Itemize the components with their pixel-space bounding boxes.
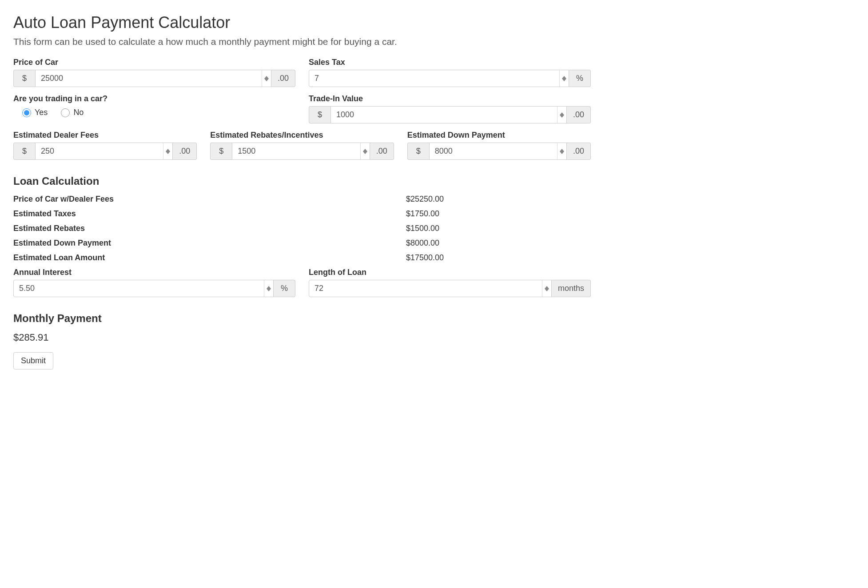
price-of-car-input[interactable]	[36, 70, 262, 87]
rebates-group: Estimated Rebates/Incentives $ .00	[210, 131, 394, 160]
calc-row-est-taxes: Estimated Taxes $1750.00	[13, 209, 591, 219]
down-payment-label: Estimated Down Payment	[407, 131, 591, 140]
calc-value: $1500.00	[406, 224, 591, 233]
calc-label: Estimated Loan Amount	[13, 253, 406, 262]
months-suffix: months	[552, 280, 591, 297]
sales-tax-label: Sales Tax	[309, 58, 591, 67]
rebates-stepper[interactable]	[360, 143, 370, 159]
price-of-car-group: Price of Car $ .00	[13, 58, 295, 87]
price-of-car-label: Price of Car	[13, 58, 295, 67]
sales-tax-group: Sales Tax %	[309, 58, 591, 87]
trade-in-value-input-wrapper	[330, 106, 567, 123]
annual-interest-label: Annual Interest	[13, 268, 295, 277]
sales-tax-stepper[interactable]	[559, 70, 569, 87]
trade-in-value-input[interactable]	[331, 107, 557, 123]
down-payment-group: Estimated Down Payment $ .00	[407, 131, 591, 160]
calc-label: Price of Car w/Dealer Fees	[13, 195, 406, 204]
radio-icon	[22, 108, 31, 117]
trade-in-radio-yes[interactable]: Yes	[22, 108, 48, 117]
currency-prefix: $	[13, 143, 35, 160]
input-row-interest-length: Annual Interest % Length of Loan	[7, 268, 597, 304]
loan-length-input[interactable]	[309, 280, 542, 297]
loan-length-stepper[interactable]	[542, 280, 551, 297]
down-payment-stepper[interactable]	[557, 143, 566, 159]
calc-row-est-rebates: Estimated Rebates $1500.00	[13, 224, 591, 233]
trade-in-value-label: Trade-In Value	[309, 94, 591, 103]
trade-in-value-stepper[interactable]	[557, 107, 566, 123]
decimal-suffix: .00	[567, 106, 591, 123]
annual-interest-group: Annual Interest %	[13, 268, 295, 297]
page-container: Auto Loan Payment Calculator This form c…	[0, 0, 604, 387]
submit-button[interactable]: Submit	[13, 352, 53, 369]
loan-length-label: Length of Loan	[309, 268, 591, 277]
currency-prefix: $	[13, 70, 35, 87]
calc-label: Estimated Rebates	[13, 224, 406, 233]
percent-suffix: %	[569, 70, 591, 87]
page-title: Auto Loan Payment Calculator	[13, 13, 591, 32]
percent-suffix: %	[274, 280, 295, 297]
down-payment-input[interactable]	[430, 143, 557, 159]
calc-label: Estimated Down Payment	[13, 238, 406, 248]
calc-row-price-with-fees: Price of Car w/Dealer Fees $25250.00	[13, 195, 591, 204]
loan-length-input-wrapper	[309, 280, 552, 297]
calc-label: Estimated Taxes	[13, 209, 406, 219]
down-payment-input-wrapper	[429, 143, 567, 160]
trade-in-radio-group: Yes No	[13, 106, 295, 117]
page-lead: This form can be used to calculate a how…	[13, 36, 591, 47]
dealer-fees-input[interactable]	[36, 143, 163, 159]
currency-prefix: $	[407, 143, 429, 160]
calc-value: $17500.00	[406, 253, 591, 262]
calc-row-est-down: Estimated Down Payment $8000.00	[13, 238, 591, 248]
dealer-fees-stepper[interactable]	[163, 143, 172, 159]
calc-value: $1750.00	[406, 209, 591, 219]
price-of-car-stepper[interactable]	[262, 70, 271, 87]
annual-interest-input-wrapper	[13, 280, 274, 297]
trade-in-radio-yes-label: Yes	[35, 108, 48, 117]
trade-in-value-group: Trade-In Value $ .00	[309, 94, 591, 123]
annual-interest-input[interactable]	[14, 280, 264, 297]
loan-calculation-heading: Loan Calculation	[13, 175, 591, 187]
sales-tax-input-wrapper	[309, 70, 569, 87]
decimal-suffix: .00	[567, 143, 591, 160]
dealer-fees-group: Estimated Dealer Fees $ .00	[13, 131, 197, 160]
dealer-fees-label: Estimated Dealer Fees	[13, 131, 197, 140]
currency-prefix: $	[210, 143, 232, 160]
input-row-2: Are you trading in a car? Yes No Trade-I…	[7, 94, 597, 131]
rebates-input[interactable]	[232, 143, 360, 159]
calc-row-est-loan: Estimated Loan Amount $17500.00	[13, 253, 591, 262]
rebates-input-wrapper	[232, 143, 370, 160]
price-of-car-input-wrapper	[35, 70, 271, 87]
sales-tax-input[interactable]	[309, 70, 559, 87]
trade-in-radio-no[interactable]: No	[61, 108, 84, 117]
decimal-suffix: .00	[370, 143, 394, 160]
input-row-3: Estimated Dealer Fees $ .00 Estimated R	[7, 131, 597, 167]
calc-value: $8000.00	[406, 238, 591, 248]
radio-icon	[61, 108, 70, 117]
currency-prefix: $	[309, 106, 330, 123]
trade-in-question-label: Are you trading in a car?	[13, 94, 295, 103]
decimal-suffix: .00	[173, 143, 197, 160]
monthly-payment-value: $285.91	[13, 332, 591, 343]
trade-in-question-group: Are you trading in a car? Yes No	[13, 94, 295, 117]
calc-value: $25250.00	[406, 195, 591, 204]
annual-interest-stepper[interactable]	[264, 280, 273, 297]
loan-length-group: Length of Loan months	[309, 268, 591, 297]
decimal-suffix: .00	[271, 70, 295, 87]
input-row-1: Price of Car $ .00 Sales Tax	[7, 58, 597, 94]
monthly-payment-heading: Monthly Payment	[13, 312, 591, 325]
trade-in-radio-no-label: No	[73, 108, 84, 117]
dealer-fees-input-wrapper	[35, 143, 173, 160]
rebates-label: Estimated Rebates/Incentives	[210, 131, 394, 140]
